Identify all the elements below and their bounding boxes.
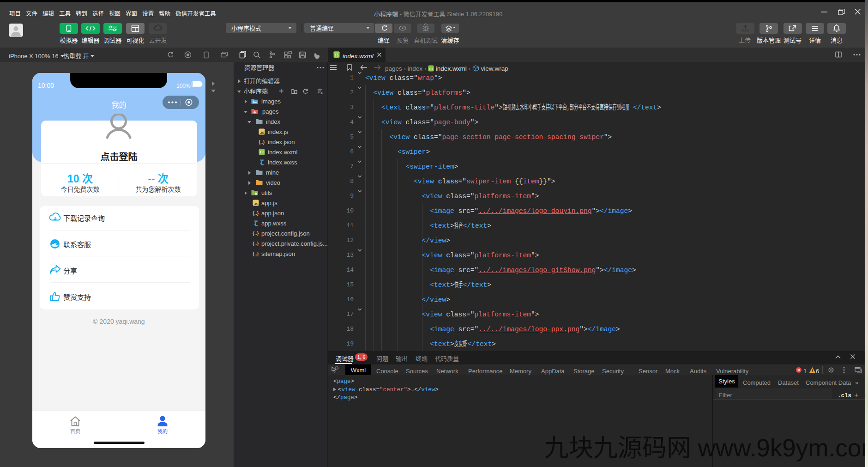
svg-text:JS: JS bbox=[254, 202, 258, 206]
svg-text:{..}: {..} bbox=[253, 211, 259, 216]
svg-text:JS: JS bbox=[260, 131, 264, 135]
svg-text:{..}: {..} bbox=[253, 251, 259, 256]
svg-text:{..}: {..} bbox=[259, 139, 265, 145]
svg-text:{..}: {..} bbox=[253, 241, 259, 246]
svg-text:{..}: {..} bbox=[253, 231, 259, 236]
